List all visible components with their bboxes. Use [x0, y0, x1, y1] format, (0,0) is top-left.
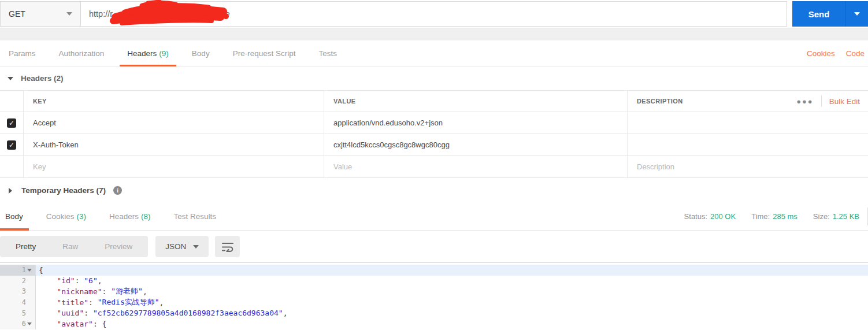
code-link[interactable]: Code	[846, 49, 865, 58]
temporary-headers-header[interactable]: Temporary Headers (7) i	[0, 178, 868, 203]
wrap-text-button[interactable]	[215, 236, 240, 257]
response-tab-test-results[interactable]: Test Results	[165, 203, 226, 230]
format-select[interactable]: JSON	[155, 236, 209, 257]
status-label: Status:	[684, 212, 707, 221]
checkbox-checked[interactable]: ✓	[7, 140, 16, 150]
view-mode-pretty[interactable]: Pretty	[2, 242, 49, 251]
collapse-triangle-icon	[8, 77, 13, 80]
json-key: "id"	[57, 276, 75, 285]
tab-label: Tests	[318, 49, 337, 58]
tab-count: (8)	[141, 212, 151, 221]
json-punctuation: {	[102, 320, 107, 328]
code-text[interactable]: "uuid": "cf52cb6297789805a4d0168982f3aea…	[36, 307, 868, 318]
json-key: "nickname"	[57, 287, 102, 296]
json-key: "title"	[57, 298, 88, 307]
view-mode-raw[interactable]: Raw	[49, 242, 91, 251]
chevron-down-icon	[193, 245, 199, 249]
time-value: 285 ms	[773, 212, 797, 221]
request-tab-params[interactable]: Params	[1, 40, 43, 66]
tab-label: Headers	[127, 49, 157, 58]
size-label: Size:	[813, 212, 830, 221]
code-text[interactable]: "nickname": "游老师",	[36, 286, 868, 297]
json-punctuation: :	[93, 320, 102, 328]
gutter-cell[interactable]: 1	[0, 265, 36, 276]
chevron-down-icon	[66, 12, 72, 16]
request-tab-tests[interactable]: Tests	[311, 40, 344, 66]
send-split-button: Send	[792, 1, 868, 27]
code-text[interactable]: {	[36, 265, 868, 276]
response-body-editor[interactable]: 1{2 "id": "6",3 "nickname": "游老师",4 "tit…	[0, 262, 868, 330]
json-punctuation	[39, 287, 57, 296]
gutter-cell[interactable]: 5	[0, 307, 36, 318]
tab-label: Test Results	[174, 212, 217, 221]
response-tab-body[interactable]: Body	[0, 203, 32, 230]
method-select[interactable]: GET	[0, 1, 81, 27]
value-column-header: VALUE	[324, 91, 627, 112]
fold-caret-icon	[27, 322, 32, 325]
wrap-text-icon	[221, 241, 234, 252]
tab-label: Headers	[109, 212, 139, 221]
info-icon[interactable]: i	[113, 186, 122, 195]
key-input[interactable]: Key	[23, 156, 324, 177]
checkbox-checked[interactable]: ✓	[7, 118, 16, 128]
request-tab-body[interactable]: Body	[184, 40, 217, 66]
tab-count: (9)	[159, 49, 169, 58]
cookies-link[interactable]: Cookies	[807, 49, 835, 58]
gutter-cell[interactable]: 3	[0, 286, 36, 297]
view-mode-preview[interactable]: Preview	[91, 242, 146, 251]
header-value[interactable]: cxjtt4lcd5kccs0cgsc8gc8wgc80cgg	[324, 134, 627, 155]
headers-section-header[interactable]: Headers (2)	[0, 66, 868, 90]
json-key: "avatar"	[57, 320, 93, 328]
chevron-down-icon	[854, 12, 860, 16]
header-description[interactable]	[627, 134, 868, 155]
header-key[interactable]: X-Auth-Token	[23, 134, 324, 155]
line-number: 2	[22, 277, 26, 285]
header-description[interactable]	[627, 112, 868, 134]
json-punctuation: {	[39, 266, 43, 275]
header-row-x-auth-token: ✓X-Auth-Tokencxjtt4lcd5kccs0cgsc8gc8wgc8…	[0, 134, 868, 156]
temporary-headers-title: Temporary Headers (7)	[21, 186, 106, 195]
size-value: 1.25 KB	[833, 212, 859, 221]
description-input[interactable]: Description	[627, 156, 868, 177]
tab-label: Params	[9, 49, 36, 58]
fold-toggle[interactable]	[26, 322, 33, 325]
json-punctuation: ,	[98, 276, 102, 285]
send-label: Send	[808, 9, 830, 19]
request-links: Cookies Code	[807, 40, 868, 66]
expand-triangle-icon	[9, 188, 12, 194]
bulk-edit-link[interactable]: Bulk Edit	[829, 97, 860, 106]
status-value: 200 OK	[710, 212, 736, 221]
response-tab-cookies[interactable]: Cookies(3)	[37, 203, 95, 230]
tab-label: Pre-request Script	[233, 49, 296, 58]
header-key[interactable]: Accept	[23, 112, 324, 134]
gutter-cell[interactable]: 2	[0, 276, 36, 287]
json-punctuation: :	[84, 309, 93, 317]
code-text[interactable]: "id": "6",	[36, 276, 868, 287]
code-text[interactable]: "title": "Redis实战导师",	[36, 297, 868, 308]
code-line: 5 "uuid": "cf52cb6297789805a4d0168982f3a…	[0, 307, 868, 318]
request-tab-headers[interactable]: Headers(9)	[120, 40, 176, 66]
value-input[interactable]: Value	[324, 156, 627, 177]
request-tab-authorization[interactable]: Authorization	[51, 40, 112, 66]
response-meta: Status:200 OK Time:285 ms Size:1.25 KB	[684, 207, 868, 225]
send-button[interactable]: Send	[792, 1, 845, 27]
table-actions: ●●● Bulk Edit	[796, 95, 868, 107]
fold-toggle[interactable]	[26, 269, 33, 272]
line-number: 1	[22, 266, 26, 274]
status-badge: Status:200 OK	[684, 212, 736, 221]
more-options-icon[interactable]: ●●●	[796, 97, 814, 106]
json-punctuation	[39, 320, 57, 328]
description-column-header: DESCRIPTION ●●● Bulk Edit	[627, 91, 868, 112]
url-suffix: s/api/me	[198, 9, 230, 18]
gutter-cell[interactable]: 6	[0, 318, 36, 329]
gutter-cell[interactable]: 4	[0, 297, 36, 308]
json-string: "6"	[84, 276, 97, 285]
send-options-button[interactable]	[845, 1, 868, 27]
response-tab-headers[interactable]: Headers(8)	[100, 203, 160, 230]
request-tab-pre-request-script[interactable]: Pre-request Script	[225, 40, 303, 66]
line-number: 6	[22, 320, 26, 328]
header-value[interactable]: application/vnd.edusoho.v2+json	[324, 112, 627, 134]
tab-label: Cookies	[46, 212, 75, 221]
code-text[interactable]: "avatar": {	[36, 318, 868, 329]
url-input[interactable]: http://rs/api/me	[81, 1, 787, 27]
